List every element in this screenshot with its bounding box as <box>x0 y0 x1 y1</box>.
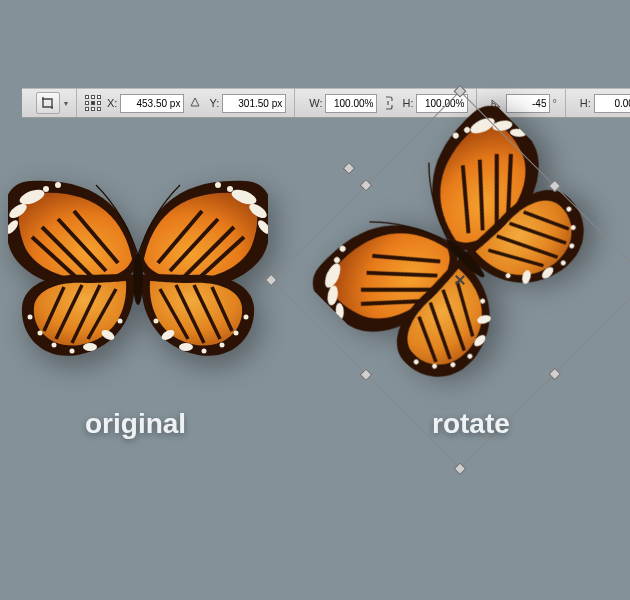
skew-h-label: H: <box>580 97 591 109</box>
x-label: X: <box>107 97 117 109</box>
tool-section: ▾ <box>28 89 77 117</box>
y-input[interactable] <box>222 94 286 113</box>
position-section: X: Y: <box>77 89 295 117</box>
original-object[interactable] <box>8 166 268 376</box>
options-bar: ▾ X: Y: W: H: ° H: ° V: <box>22 88 630 118</box>
handle-bottom[interactable] <box>548 368 561 381</box>
label-original: original <box>85 408 186 440</box>
skew-h-input[interactable] <box>594 94 630 113</box>
handle-top[interactable] <box>360 179 373 192</box>
label-rotate: rotate <box>432 408 510 440</box>
h-label: H: <box>402 97 413 109</box>
w-label: W: <box>309 97 322 109</box>
degree-unit: ° <box>552 97 556 109</box>
dropdown-arrow-icon[interactable]: ▾ <box>64 99 68 108</box>
y-label: Y: <box>209 97 219 109</box>
handle-left[interactable] <box>360 368 373 381</box>
x-input[interactable] <box>120 94 184 113</box>
handle-rotate-distal[interactable] <box>343 162 356 175</box>
delta-triangle-icon[interactable] <box>190 97 200 109</box>
crop-icon[interactable] <box>36 92 60 114</box>
angle-input[interactable] <box>506 94 550 113</box>
skew-section: H: ° V: <box>566 89 630 117</box>
reference-point-icon[interactable] <box>85 95 101 111</box>
canvas[interactable]: original rotate <box>0 118 630 600</box>
rotated-object[interactable] <box>294 87 626 419</box>
width-input[interactable] <box>325 94 377 113</box>
handle-bottom-left[interactable] <box>454 462 467 475</box>
link-icon[interactable] <box>383 96 393 110</box>
